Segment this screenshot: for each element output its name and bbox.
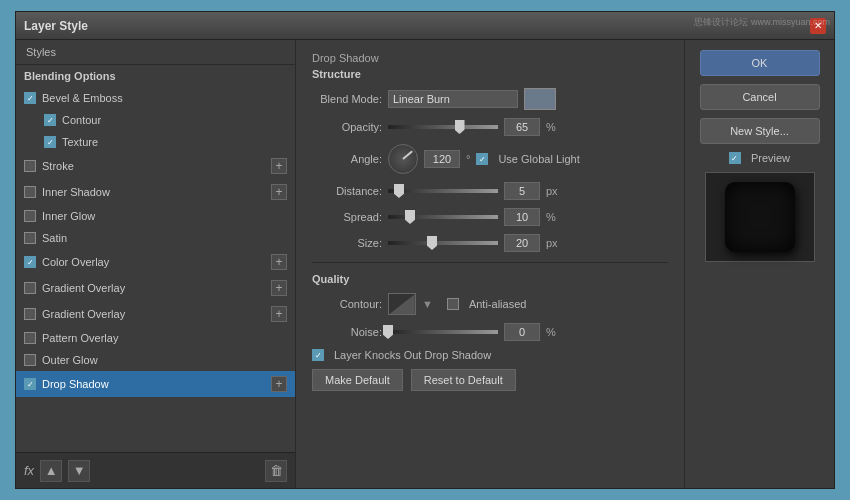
move-down-button[interactable]: ▼: [68, 460, 90, 482]
new-style-button[interactable]: New Style...: [700, 118, 820, 144]
gradient-overlay-2-checkbox[interactable]: [24, 308, 36, 320]
blend-mode-select[interactable]: Linear Burn Normal Multiply Screen: [388, 90, 518, 108]
outer-glow-label: Outer Glow: [42, 354, 98, 366]
sidebar-item-satin[interactable]: Satin: [16, 227, 295, 249]
color-overlay-add-button[interactable]: +: [271, 254, 287, 270]
drop-shadow-section-title: Drop Shadow: [312, 52, 668, 64]
contour-dropdown-arrow[interactable]: ▼: [422, 298, 433, 310]
sidebar-item-outer-glow[interactable]: Outer Glow: [16, 349, 295, 371]
outer-glow-checkbox[interactable]: [24, 354, 36, 366]
quality-section: Quality Contour: ▼ Anti-aliased: [312, 273, 668, 341]
sidebar-item-drop-shadow[interactable]: Drop Shadow +: [16, 371, 295, 397]
spread-slider[interactable]: [388, 215, 498, 219]
noise-row: Noise: %: [312, 323, 668, 341]
contour-checkbox[interactable]: [44, 114, 56, 126]
preview-inner: [725, 182, 795, 252]
sidebar-item-inner-shadow[interactable]: Inner Shadow +: [16, 179, 295, 205]
blend-mode-row: Blend Mode: Linear Burn Normal Multiply …: [312, 88, 668, 110]
move-up-button[interactable]: ▲: [40, 460, 62, 482]
drop-shadow-add-button[interactable]: +: [271, 376, 287, 392]
contour-preview[interactable]: [388, 293, 416, 315]
noise-slider[interactable]: [388, 330, 498, 334]
knockout-checkbox[interactable]: [312, 349, 324, 361]
stroke-label: Stroke: [42, 160, 74, 172]
anti-aliased-checkbox[interactable]: [447, 298, 459, 310]
sidebar-item-color-overlay[interactable]: Color Overlay +: [16, 249, 295, 275]
quality-title: Quality: [312, 273, 668, 285]
size-input[interactable]: [504, 234, 540, 252]
action-buttons-row: Make Default Reset to Default: [312, 369, 668, 391]
distance-thumb[interactable]: [394, 184, 404, 198]
gradient-overlay-1-label: Gradient Overlay: [42, 282, 125, 294]
drop-shadow-checkbox[interactable]: [24, 378, 36, 390]
stroke-checkbox[interactable]: [24, 160, 36, 172]
gradient-overlay-1-add-button[interactable]: +: [271, 280, 287, 296]
cancel-button[interactable]: Cancel: [700, 84, 820, 110]
inner-shadow-checkbox[interactable]: [24, 186, 36, 198]
sidebar-item-gradient-overlay-1[interactable]: Gradient Overlay +: [16, 275, 295, 301]
opacity-input[interactable]: [504, 118, 540, 136]
make-default-button[interactable]: Make Default: [312, 369, 403, 391]
inner-shadow-add-button[interactable]: +: [271, 184, 287, 200]
color-overlay-checkbox[interactable]: [24, 256, 36, 268]
bevel-emboss-checkbox[interactable]: [24, 92, 36, 104]
sidebar-item-inner-glow[interactable]: Inner Glow: [16, 205, 295, 227]
opacity-label: Opacity:: [312, 121, 382, 133]
noise-unit: %: [546, 326, 556, 338]
spread-label: Spread:: [312, 211, 382, 223]
inner-glow-checkbox[interactable]: [24, 210, 36, 222]
anti-aliased-label[interactable]: Anti-aliased: [447, 298, 526, 310]
satin-checkbox[interactable]: [24, 232, 36, 244]
sidebar-item-blending-options[interactable]: Blending Options: [16, 65, 295, 87]
dial-line: [402, 151, 412, 160]
blend-color-swatch[interactable]: [524, 88, 556, 110]
size-slider[interactable]: [388, 241, 498, 245]
satin-label: Satin: [42, 232, 67, 244]
sidebar-item-contour[interactable]: Contour: [16, 109, 295, 131]
size-thumb[interactable]: [427, 236, 437, 250]
gradient-overlay-2-add-button[interactable]: +: [271, 306, 287, 322]
structure-subtitle: Structure: [312, 68, 668, 80]
knockout-text: Layer Knocks Out Drop Shadow: [334, 349, 491, 361]
sidebar-item-stroke[interactable]: Stroke +: [16, 153, 295, 179]
stroke-add-button[interactable]: +: [271, 158, 287, 174]
distance-slider[interactable]: [388, 189, 498, 193]
left-bottom-bar: fx ▲ ▼ 🗑: [16, 452, 295, 488]
spread-input[interactable]: [504, 208, 540, 226]
distance-input[interactable]: [504, 182, 540, 200]
dialog-body: Styles Blending Options Bevel & Emboss C…: [16, 40, 834, 488]
sidebar-item-pattern-overlay[interactable]: Pattern Overlay: [16, 327, 295, 349]
noise-input[interactable]: [504, 323, 540, 341]
blending-options-label: Blending Options: [24, 70, 116, 82]
gradient-overlay-1-checkbox[interactable]: [24, 282, 36, 294]
angle-dial[interactable]: [388, 144, 418, 174]
size-unit: px: [546, 237, 558, 249]
anti-aliased-text: Anti-aliased: [469, 298, 526, 310]
middle-panel: Drop Shadow Structure Blend Mode: Linear…: [296, 40, 684, 488]
knockout-label[interactable]: Layer Knocks Out Drop Shadow: [312, 349, 491, 361]
spread-thumb[interactable]: [405, 210, 415, 224]
texture-label: Texture: [62, 136, 98, 148]
angle-unit: °: [466, 153, 470, 165]
preview-checkbox[interactable]: [729, 152, 741, 164]
sidebar-item-gradient-overlay-2[interactable]: Gradient Overlay +: [16, 301, 295, 327]
texture-checkbox[interactable]: [44, 136, 56, 148]
delete-button[interactable]: 🗑: [265, 460, 287, 482]
opacity-thumb[interactable]: [455, 120, 465, 134]
distance-label: Distance:: [312, 185, 382, 197]
sidebar-item-texture[interactable]: Texture: [16, 131, 295, 153]
noise-thumb[interactable]: [383, 325, 393, 339]
opacity-slider[interactable]: [388, 125, 498, 129]
pattern-overlay-checkbox[interactable]: [24, 332, 36, 344]
angle-input[interactable]: [424, 150, 460, 168]
contour-row: Contour: ▼ Anti-aliased: [312, 293, 668, 315]
reset-to-default-button[interactable]: Reset to Default: [411, 369, 516, 391]
ok-button[interactable]: OK: [700, 50, 820, 76]
sidebar-item-bevel-emboss[interactable]: Bevel & Emboss: [16, 87, 295, 109]
use-global-light-label[interactable]: Use Global Light: [476, 153, 579, 165]
use-global-light-checkbox[interactable]: [476, 153, 488, 165]
angle-label: Angle:: [312, 153, 382, 165]
size-row: Size: px: [312, 234, 668, 252]
right-panel: OK Cancel New Style... Preview: [684, 40, 834, 488]
global-light-text: Use Global Light: [498, 153, 579, 165]
